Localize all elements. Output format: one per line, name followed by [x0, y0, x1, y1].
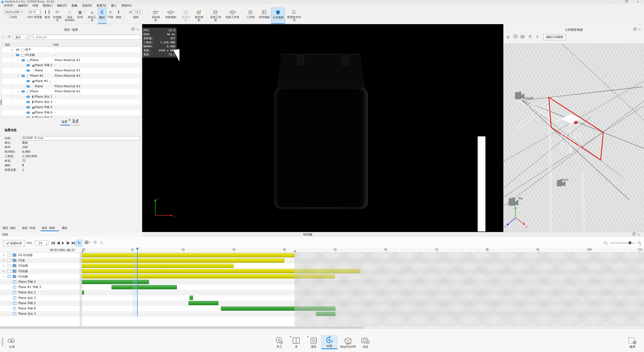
playhead-line[interactable] [137, 250, 138, 317]
track-expander[interactable]: − [3, 274, 5, 279]
bottom-tab[interactable]: 属性 [61, 226, 68, 230]
timeline-track-row[interactable]: +01-02动画 [0, 253, 80, 258]
tree-row[interactable]: PlanePlane Material #1 [2, 68, 140, 73]
tree-expander[interactable]: − [16, 73, 19, 79]
add-camera-button[interactable]: + 添加相机 [149, 8, 162, 24]
camera-label[interactable]: Top [518, 197, 523, 200]
cpu-usage-group[interactable]: 50 % CPU 使用量 [26, 8, 43, 24]
next-frame-button[interactable] [66, 240, 71, 246]
visibility-eye-icon[interactable] [21, 59, 25, 61]
pause-button[interactable]: 暂停 [43, 8, 51, 24]
tree-row[interactable]: Plane 淡出 1- [2, 94, 140, 99]
tree-row[interactable]: −PlanePlane Material #2 [2, 89, 140, 94]
visibility-eye-icon[interactable] [26, 111, 30, 114]
play-button[interactable] [61, 240, 66, 246]
tab-scene[interactable]: 场景 [60, 120, 68, 124]
tree-expander[interactable]: + [11, 47, 14, 52]
prev-studio-icon[interactable]: ◀ [229, 11, 230, 14]
go-to-start-button[interactable] [51, 240, 56, 246]
visibility-eye-icon[interactable] [26, 116, 30, 118]
time-ruler[interactable]: 0s1s2s3s4s5s6s7s8s9s10s11s [80, 248, 644, 253]
undock-panel-icon[interactable] [632, 233, 636, 236]
prev-camera-icon[interactable]: ◀ [167, 11, 168, 14]
menu-item[interactable]: 图像 [69, 4, 80, 8]
panel-header[interactable]: 几何图形视图 ✕ [504, 27, 644, 33]
dock-item-渲染[interactable]: 渲染 [358, 336, 373, 349]
menu-item[interactable]: 编辑(E) [16, 4, 30, 8]
pan-button[interactable]: ✛ 平移 [106, 8, 115, 24]
scrollbar-thumb[interactable] [0, 327, 364, 329]
go-to-end-button[interactable] [71, 240, 76, 246]
cube-display-icon[interactable] [512, 34, 518, 40]
menu-item[interactable]: 环境 [30, 4, 41, 8]
animation-wizard-button[interactable]: 动画向导 [3, 240, 25, 247]
dock-drag-handle[interactable]: ●●●●● [2, 337, 4, 346]
animation-bar[interactable] [82, 264, 234, 268]
restore-button[interactable] [621, 0, 631, 4]
visibility-eye-icon[interactable] [26, 106, 30, 108]
animation-bar[interactable] [82, 258, 284, 263]
move-tool-button[interactable]: ⚶ 移动工具 [86, 8, 98, 24]
panel-drag-handle[interactable]: ●●●● [0, 100, 2, 105]
studios-button[interactable]: 工作室 [244, 8, 257, 24]
undock-panel-icon[interactable] [131, 28, 134, 31]
next-studio-icon[interactable]: ▶ [235, 11, 236, 14]
close-panel-icon[interactable]: ✕ [638, 28, 641, 31]
cpu-usage-combobox[interactable]: 50 % [28, 10, 41, 14]
track-expander[interactable]: + [3, 263, 5, 268]
visibility-eye-icon[interactable] [26, 101, 30, 103]
pivot-icon[interactable] [534, 34, 540, 40]
bottom-tab[interactable]: 项目 -相机 [2, 226, 17, 230]
animation-bar[interactable] [82, 280, 149, 284]
workspace-group[interactable]: 1920x1080 工作区 [3, 8, 24, 24]
visibility-eye-icon[interactable] [26, 85, 30, 88]
next-camera-icon[interactable]: ▶ [173, 11, 175, 14]
track-checkbox[interactable] [8, 259, 11, 262]
edit-geometry-button[interactable]: 编辑几何图形 [543, 34, 566, 40]
tree-expander[interactable]: − [16, 89, 19, 94]
switch-studio-button[interactable]: ◀▶ 切换工作室 [223, 8, 242, 24]
configurator-wizard-button[interactable]: 配置程序向导 [285, 8, 303, 24]
track-checkbox[interactable]: ✓ [13, 291, 16, 294]
tree-row[interactable]: +机子- [2, 47, 140, 52]
timeline-track-row[interactable]: ✓Plane 淡出 2 [0, 295, 80, 301]
menu-item[interactable]: 查看(V) [94, 4, 109, 8]
close-panel-icon[interactable]: ✕ [637, 233, 641, 236]
preview-render-icon[interactable]: ▶ [100, 241, 104, 245]
dock-item-cloud-library[interactable]: 云库 [4, 336, 20, 349]
animation-bar[interactable] [82, 290, 84, 295]
camera-label[interactable]: 03动画 [525, 97, 533, 100]
move-gizmo-icon[interactable] [527, 34, 533, 40]
timeline-track-row[interactable]: ✓Plane 平移 5 [0, 301, 80, 306]
resolution-combobox[interactable]: 1920x1080 [4, 10, 22, 14]
track-checkbox[interactable]: ✓ [13, 296, 16, 299]
animation-bar[interactable] [188, 301, 218, 305]
add-studio-button[interactable]: + 添加工作室 [208, 8, 223, 24]
camera-view-icon[interactable] [520, 34, 526, 40]
dock-item-动画[interactable]: 动画 [321, 335, 337, 349]
close-button[interactable]: ✕ [633, 0, 643, 4]
track-checkbox[interactable]: ✓ [13, 286, 16, 289]
visibility-eye-icon[interactable] [26, 64, 30, 66]
fps-dropdown[interactable]: 24 [35, 241, 48, 246]
scene-name-input[interactable]: E250HF-B.bip [22, 136, 140, 140]
dock-item-导入[interactable]: 导入 [272, 336, 287, 349]
timeline-track-row[interactable]: ✓Plane 平移 2 [0, 279, 80, 285]
timeline-settings-gear-icon[interactable]: ⚙ [94, 240, 97, 245]
dock-item-项目[interactable]: ▲项目 [306, 336, 321, 349]
track-expander[interactable]: + [3, 269, 5, 274]
dock-item-screenshot[interactable]: 截屏 [625, 336, 640, 349]
animation-list-button[interactable]: ▾ [84, 241, 92, 246]
menu-item[interactable]: 相机(C) [55, 4, 69, 8]
dock-item-keyshotxr[interactable]: KeyShotXR [339, 336, 357, 348]
tree-row[interactable]: PlanePlane Material #2 [2, 84, 140, 89]
timeline-track-row[interactable]: +03动画 [0, 263, 80, 268]
zoom-slider-track[interactable] [610, 243, 635, 243]
bottom-tab[interactable]: 项目 -场景 [41, 226, 56, 230]
dock-item-库[interactable]: ▲库 [288, 336, 304, 349]
animation-bar[interactable] [190, 296, 193, 300]
material-templates-button[interactable]: 材质模板 [257, 8, 271, 24]
timeline-track-row[interactable]: +02动画 [0, 269, 80, 274]
render-nurbs-button[interactable]: ⤬ 渲染NURBS [63, 8, 76, 24]
track-checkbox[interactable]: ✓ [13, 307, 16, 310]
